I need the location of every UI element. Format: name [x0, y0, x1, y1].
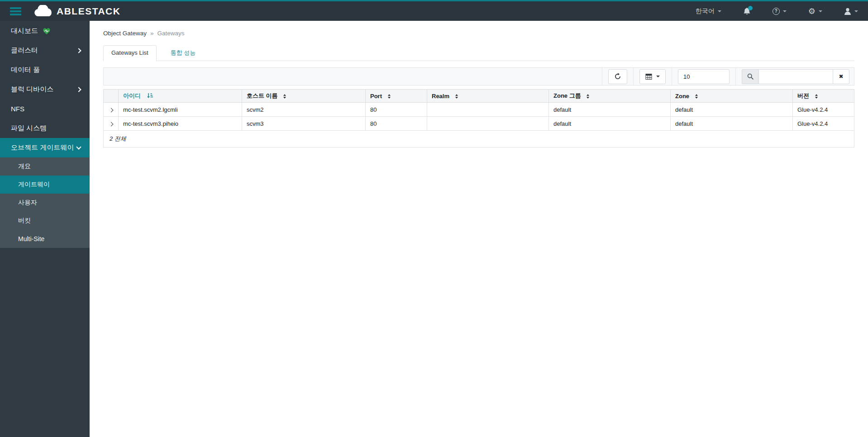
- header-port[interactable]: Port: [366, 90, 427, 103]
- sidebar-item-nfs[interactable]: NFS: [0, 99, 90, 119]
- user-dropdown[interactable]: [844, 8, 858, 15]
- cell-host: scvm3: [242, 117, 366, 131]
- cloud-logo-icon: [34, 5, 53, 17]
- chevron-right-icon: [76, 48, 81, 53]
- header-expand: [104, 90, 119, 103]
- help-dropdown[interactable]: ?: [773, 8, 787, 15]
- notification-badge-dot: [748, 6, 753, 10]
- header-label: Zone 그룹: [553, 92, 581, 99]
- breadcrumb-section: Object Gateway: [103, 30, 147, 37]
- table-header-row: 아이디 호스트 이름: [104, 90, 854, 103]
- sidebar-item-pools[interactable]: 데이터 풀: [0, 60, 90, 80]
- header-label: Realm: [432, 93, 449, 100]
- chevron-down-icon: [718, 10, 721, 12]
- chevron-down-icon: [819, 10, 822, 12]
- header-label: 버전: [797, 92, 809, 99]
- header-label: Port: [370, 93, 382, 100]
- table-toolbar: ✖: [103, 67, 854, 86]
- cell-zonegroup: default: [549, 103, 671, 117]
- expand-row-button[interactable]: [104, 103, 119, 117]
- search-input[interactable]: [758, 69, 833, 84]
- chevron-down-icon: [783, 10, 787, 12]
- header-hostname[interactable]: 호스트 이름: [242, 90, 366, 103]
- sidebar-item-object-gateway[interactable]: 오브젝트 게이트웨이: [0, 138, 90, 157]
- breadcrumb-current: Gateways: [157, 30, 185, 37]
- cell-port: 80: [366, 117, 427, 131]
- tab-overall-performance[interactable]: 통합 성능: [163, 45, 204, 61]
- sidebar-item-label: 대시보드: [11, 27, 38, 35]
- sort-icon: [455, 94, 458, 99]
- sidebar-subitem-multisite[interactable]: Multi-Site: [0, 230, 90, 248]
- cell-port: 80: [366, 103, 427, 117]
- clear-search-button[interactable]: ✖: [833, 69, 849, 84]
- menu-toggle-icon[interactable]: [10, 7, 21, 15]
- column-toggle-button[interactable]: [639, 69, 666, 84]
- breadcrumb-separator: »: [150, 30, 154, 37]
- header-realm[interactable]: Realm: [427, 90, 549, 103]
- user-icon: [844, 8, 851, 15]
- sidebar-subitem-users[interactable]: 사용자: [0, 194, 90, 212]
- sort-icon: [388, 94, 391, 99]
- header-version[interactable]: 버전: [793, 90, 854, 103]
- toolbar-separator: [602, 68, 602, 85]
- cell-realm: [427, 117, 549, 131]
- cell-zone: default: [671, 103, 793, 117]
- notifications-button[interactable]: [743, 7, 751, 15]
- table-row[interactable]: mc-test.scvm2.lgcmli scvm2 80 default de…: [104, 103, 854, 117]
- tab-gateways-list[interactable]: Gateways List: [103, 45, 157, 61]
- header-id[interactable]: 아이디: [119, 90, 242, 103]
- cell-version: Glue-v4.2.4: [793, 117, 854, 131]
- sidebar-item-label: 데이터 풀: [11, 66, 40, 74]
- cell-zone: default: [671, 117, 793, 131]
- chevron-right-icon: [109, 122, 113, 126]
- sort-icon: [587, 94, 589, 99]
- bell-icon: [743, 7, 751, 15]
- navbar-right: 한국어 ? ⚙: [674, 7, 858, 15]
- toolbar-separator: [735, 68, 736, 85]
- heartbeat-icon: [43, 28, 51, 35]
- sidebar-item-cluster[interactable]: 클러스터: [0, 41, 90, 60]
- header-label: 호스트 이름: [247, 92, 278, 99]
- sidebar-item-filesystem[interactable]: 파일 시스템: [0, 119, 90, 138]
- sidebar-item-label: 블럭 디바이스: [11, 85, 53, 94]
- brand-name: ABLESTACK: [57, 6, 120, 17]
- cell-host: scvm2: [242, 103, 366, 117]
- sort-icon: [283, 94, 286, 99]
- refresh-button[interactable]: [608, 69, 627, 84]
- settings-dropdown[interactable]: ⚙: [808, 7, 822, 15]
- sidebar-subitem-gateways[interactable]: 게이트웨이: [0, 176, 90, 194]
- close-icon: ✖: [839, 73, 843, 80]
- refresh-icon: [614, 73, 621, 80]
- sidebar-subitem-label: 게이트웨이: [18, 180, 50, 189]
- chevron-down-icon: [76, 144, 81, 149]
- sidebar-item-label: 클러스터: [11, 46, 38, 55]
- chevron-right-icon: [109, 108, 113, 112]
- sidebar-item-dashboard[interactable]: 대시보드: [0, 21, 90, 41]
- expand-row-button[interactable]: [104, 117, 119, 131]
- table-row[interactable]: mc-test.scvm3.piheio scvm3 80 default de…: [104, 117, 854, 131]
- cell-version: Glue-v4.2.4: [793, 103, 854, 117]
- sidebar: 대시보드 클러스터 데이터 풀 블럭 디바이스 NFS 파일 시스템 오: [0, 21, 90, 437]
- toolbar-separator: [633, 68, 634, 85]
- header-zone[interactable]: Zone: [671, 90, 793, 103]
- chevron-down-icon: [854, 10, 858, 12]
- sidebar-subitem-overview[interactable]: 개요: [0, 157, 90, 176]
- page-size-input[interactable]: [678, 69, 730, 84]
- language-dropdown[interactable]: 한국어: [696, 7, 721, 15]
- chevron-down-icon: [656, 76, 660, 77]
- sidebar-subitem-buckets[interactable]: 버킷: [0, 212, 90, 230]
- language-label: 한국어: [696, 7, 715, 15]
- search-icon[interactable]: [742, 69, 758, 84]
- navbar: ABLESTACK 한국어 ? ⚙: [0, 1, 868, 21]
- tab-bar: Gateways List 통합 성능: [103, 45, 854, 61]
- help-icon: ?: [773, 8, 780, 15]
- cell-realm: [427, 103, 549, 117]
- header-zonegroup[interactable]: Zone 그룹: [549, 90, 671, 103]
- table-summary: 2 전체: [103, 131, 854, 147]
- sidebar-item-block-devices[interactable]: 블럭 디바이스: [0, 80, 90, 99]
- gear-icon: ⚙: [808, 7, 816, 15]
- header-label: 아이디: [123, 92, 141, 99]
- brand-logo[interactable]: ABLESTACK: [34, 5, 120, 17]
- sidebar-subitem-label: 개요: [18, 162, 31, 171]
- sort-icon: [695, 94, 698, 99]
